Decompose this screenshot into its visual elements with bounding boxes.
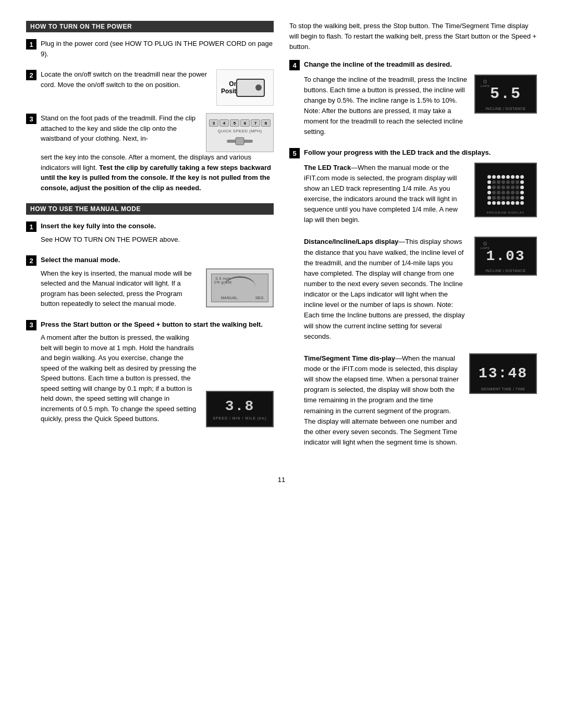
led-dot: [492, 196, 496, 200]
manual-step1-number: 1: [26, 221, 36, 232]
led-dot: [506, 201, 510, 205]
led-dot: [492, 186, 496, 189]
led-dot: [516, 196, 519, 200]
step3-number: 3: [26, 114, 36, 124]
right-step5-block: 5 Follow your progress with the LED trac…: [289, 147, 537, 459]
qs-label: QUICK SPEED (MPH): [217, 129, 262, 133]
led-dot: [492, 175, 496, 179]
led-dot: [492, 191, 496, 194]
led-row-4: [487, 191, 524, 194]
on-position-figure: OnPosition: [216, 69, 274, 106]
manual-step2-title: Select the manual mode.: [41, 255, 274, 265]
speed-display-figure: 3.8 SPEED / MIN / MILE (km): [206, 391, 274, 427]
step1-number: 1: [26, 39, 36, 50]
led-dot: [511, 180, 515, 184]
dist-laps-indicator: LAPS: [481, 242, 489, 250]
laps-text: LAPS: [481, 84, 489, 88]
led-dot: [487, 180, 491, 184]
right-step4-number: 4: [289, 60, 300, 70]
right-step5-title: Follow your progress with the LED track …: [304, 147, 537, 158]
qsb-3: 3: [209, 119, 218, 127]
right-step4-text: To change the incline of the treadmill, …: [304, 75, 467, 138]
led-dot: [492, 180, 496, 184]
step3-text-bold-prefix: sert the key into the console. After a m…: [41, 152, 274, 193]
right-column: To stop the walking belt, press the Stop…: [289, 21, 537, 465]
stop-text: To stop the walking belt, press the Stop…: [289, 21, 537, 52]
led-dot: [506, 196, 510, 200]
led-dot: [506, 180, 510, 184]
time-bottom-label: SEGMENT TIME / TIME: [481, 387, 525, 391]
time-display-figure: 13:48 SEGMENT TIME / TIME: [469, 353, 537, 394]
led-dot: [511, 201, 515, 205]
key-clip-svg: [224, 135, 255, 146]
manual-step2-block: 2 Select the manual mode. When the key i…: [26, 255, 274, 312]
qsb-4: 4: [219, 119, 229, 127]
quick-speed-buttons: 3 4 5 6 7 8: [209, 119, 271, 127]
led-dot: [520, 180, 524, 184]
step2-block: 2 Locate the on/off switch on the treadm…: [26, 69, 274, 106]
led-dot: [520, 201, 524, 205]
page-number: 11: [26, 476, 537, 484]
led-row-1: [487, 175, 524, 179]
led-dot: [497, 180, 500, 184]
switch-dot: [255, 84, 262, 91]
manual-step1-text: See HOW TO TURN ON THE POWER above.: [41, 235, 274, 245]
led-dot: [516, 186, 519, 189]
time-segment-text: Time/Segment Time dis-play—When the manu…: [304, 353, 462, 448]
right-step5-number: 5: [289, 148, 300, 158]
led-track-figure: PROGRAM DISPLAY: [474, 163, 537, 217]
section1-header: HOW TO TURN ON THE POWER: [26, 21, 274, 32]
manual-step2-content: Select the manual mode. When the key is …: [41, 255, 274, 312]
led-dot: [487, 201, 491, 205]
qsb-5: 5: [230, 119, 239, 127]
led-dot: [511, 186, 515, 189]
led-dot: [506, 186, 510, 189]
time-segment-section: Time/Segment Time dis-play—When the manu…: [304, 353, 537, 452]
led-dot: [511, 191, 515, 194]
led-dot: [497, 186, 500, 189]
dist-bottom-label: INCLINE / DISTANCE: [485, 269, 525, 273]
led-dot: [511, 196, 515, 200]
laps-indicator: LAPS: [481, 80, 489, 88]
led-track-section: The LED Track—When the manual mode or th…: [304, 163, 537, 230]
led-dot: [520, 196, 524, 200]
qsb-8: 8: [261, 119, 271, 127]
led-dot: [487, 191, 491, 194]
manual-step2-number: 2: [26, 255, 36, 266]
step2-text: Locate the on/off switch on the treadmil…: [41, 69, 210, 90]
speed-sublabel: SPEED / MIN / MILE (km): [213, 416, 267, 420]
distance-incline-section: Distance/Incline/Laps display—This displ…: [304, 237, 537, 346]
manual-step3-title: Press the Start button or the Speed + bu…: [41, 319, 274, 330]
manual-step3-content: Press the Start button or the Speed + bu…: [41, 319, 274, 427]
seg-text: SEG: [255, 296, 264, 300]
right-step4-content: Change the incline of the treadmill as d…: [304, 59, 537, 141]
incline-bottom-label: INCLINE / DISTANCE: [485, 107, 525, 110]
led-dot: [501, 201, 505, 205]
led-dot: [506, 191, 510, 194]
led-row-3: [487, 186, 524, 189]
step3-block: 3 Stand on the foot pads of the treadmil…: [26, 113, 274, 196]
incline-digits-top: 5.5: [490, 85, 521, 103]
laps-dot: [483, 80, 487, 83]
incline-display-figure: LAPS 5.5 INCLINE / DISTANCE: [474, 75, 537, 114]
led-row-2: [487, 180, 524, 184]
qsb-6: 6: [240, 119, 250, 127]
step1-text: Plug in the power cord (see HOW TO PLUG …: [41, 39, 274, 59]
led-dot: [516, 175, 519, 179]
distance-incline-text: Distance/Incline/Laps display—This displ…: [304, 237, 467, 341]
led-dot: [497, 201, 500, 205]
speed-digits: 3.8: [225, 398, 254, 414]
led-dot: [492, 201, 496, 205]
section2-header: HOW TO USE THE MANUAL MODE: [26, 203, 274, 215]
led-dot: [497, 175, 500, 179]
manual-step1-block: 1 Insert the key fully into the console.…: [26, 221, 274, 248]
speed-indicator-left: 0.5 mph0% grade: [214, 277, 232, 284]
led-dot: [511, 175, 515, 179]
led-dot: [520, 175, 524, 179]
right-step4-block: 4 Change the incline of the treadmill as…: [289, 59, 537, 141]
manual-step2-text: When the key is inserted, the manual mod…: [41, 268, 200, 309]
manual-step3-text: A moment after the button is pressed, th…: [41, 332, 200, 424]
led-dot: [487, 175, 491, 179]
dist-laps-text: LAPS: [481, 246, 489, 250]
led-dot: [516, 191, 519, 194]
